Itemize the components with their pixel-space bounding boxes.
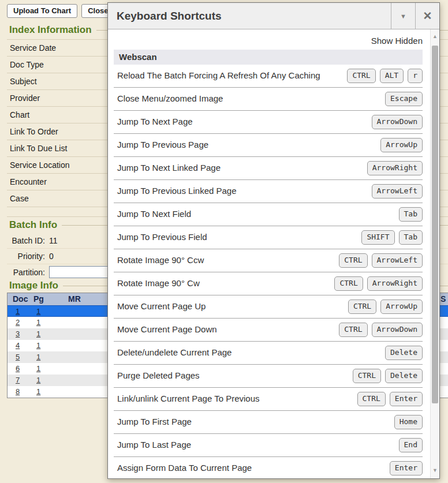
shortcut-row: Jump To Previous Field SHIFTTab [114,226,423,249]
shortcut-keys: Delete [385,346,423,360]
key-badge: Home [394,415,423,429]
shortcut-row: Jump To Previous Linked Page ArrowLeft [114,180,423,203]
dialog-scrollbar[interactable]: ▲ ▼ [430,29,439,478]
doc-link[interactable]: 4 [16,341,20,350]
pg-link[interactable]: 1 [36,318,40,327]
pg-link[interactable]: 1 [36,364,40,373]
shortcut-row: Jump To First Page Home [114,411,423,434]
close-icon: ✕ [423,9,432,23]
shortcut-action-label: Jump To Next Field [114,209,191,220]
doc-link[interactable]: 1 [16,307,20,316]
shortcut-row: Link/unlink Current Page To Previous CTR… [114,388,423,411]
index-field-label: Doc Type [10,60,44,69]
shortcut-row: Rotate Image 90° Cw CTRLArrowRight [114,272,423,295]
shortcut-action-label: Move Current Page Down [114,324,217,335]
shortcut-keys: Tab [399,207,423,222]
shortcut-row: Jump To Previous Page ArrowUp [114,134,423,157]
dialog-titlebar: Keyboard Shortcuts ▼ ✕ [108,3,439,29]
pg-link[interactable]: 1 [36,330,40,338]
key-badge: ArrowLeft [372,253,423,268]
key-badge: CTRL [357,392,386,406]
shortcut-action-label: Jump To Previous Linked Page [114,186,237,197]
key-badge: ALT [380,69,404,83]
doc-link[interactable]: 6 [16,364,20,373]
partition-label: Partition: [7,268,45,277]
dialog-title: Keyboard Shortcuts [108,3,391,29]
doc-link[interactable]: 5 [16,353,20,361]
shortcut-row: Jump To Next Linked Page ArrowRight [114,157,423,180]
shortcut-action-label: Jump To First Page [114,417,192,428]
key-badge: CTRL [339,253,367,268]
shortcut-row: Purge Deleted Pages CTRLDelete [114,365,423,388]
dialog-body: Show Hidden Webscan Reload The Batch For… [108,29,430,478]
shortcut-keys: ArrowUp [380,138,423,152]
shortcut-row: Jump To Next Field Tab [114,203,423,226]
pg-link[interactable]: 1 [36,307,40,316]
batch-id-label: Batch ID: [7,236,45,245]
shortcut-keys: CTRLArrowDown [339,323,423,337]
key-badge: ArrowUp [380,138,423,152]
column-header-mr: MR [68,294,81,304]
pg-link[interactable]: 1 [36,341,40,350]
index-field-label: Case [10,194,29,203]
doc-link[interactable]: 2 [16,318,20,327]
shortcut-action-label: Jump To Next Linked Page [114,163,221,174]
shortcut-keys: End [399,438,423,452]
key-badge: r [408,69,423,83]
shortcut-row: Delete/undelete Current Page Delete [114,342,423,365]
key-badge: ArrowUp [380,299,423,314]
index-information-title: Index Information [9,24,92,36]
shortcut-keys: CTRLArrowRight [334,276,423,291]
shortcut-action-label: Link/unlink Current Page To Previous [114,394,260,405]
shortcut-action-label: Assign Form Data To Current Page [114,463,252,474]
index-field-label: Chart [10,110,29,119]
shortcut-action-label: Jump To Next Page [114,117,193,128]
shortcut-keys: Escape [385,92,423,106]
key-badge: Tab [399,230,423,245]
shortcut-keys: ArrowRight [367,161,423,175]
key-badge: Enter [390,461,423,475]
shortcut-row: Move Current Page Down CTRLArrowDown [114,319,423,342]
doc-link[interactable]: 7 [16,376,20,384]
shortcut-row: Rotate Image 90° Ccw CTRLArrowLeft [114,249,423,272]
key-badge: Delete [385,369,423,383]
shortcut-action-label: Rotate Image 90° Ccw [114,255,204,266]
key-badge: CTRL [334,276,363,291]
index-field-label: Subject [10,77,37,86]
column-header-pg: Pg [33,294,44,304]
priority-label: Priority: [7,252,45,261]
shortcut-row: Reload The Batch Forcing A Refresh Of An… [114,65,423,88]
shortcut-row: Assign Form Data To Current Page Enter [114,457,423,478]
doc-link[interactable]: 3 [16,330,20,338]
shortcut-keys: CTRLEnter [357,392,423,406]
dialog-close-button[interactable]: ✕ [415,3,439,29]
pg-link[interactable]: 1 [36,387,40,396]
scroll-down-icon[interactable]: ▼ [431,467,439,473]
show-hidden-link[interactable]: Show Hidden [108,36,423,46]
pg-link[interactable]: 1 [36,376,40,384]
shortcut-keys: CTRLALTr [347,69,423,83]
index-field-label: Provider [10,93,40,103]
index-field-label: Service Location [10,160,70,170]
shortcut-action-label: Jump To Last Page [114,440,191,451]
shortcut-row: Jump To Next Page ArrowDown [114,111,423,134]
shortcut-row: Move Current Page Up CTRLArrowUp [114,295,423,319]
upload-to-chart-button[interactable]: Upload To Chart [7,4,77,18]
scroll-up-icon[interactable]: ▲ [431,33,439,39]
key-badge: CTRL [348,299,376,314]
dialog-minimize-button[interactable]: ▼ [391,3,415,29]
index-field-label: Link To Order [10,127,58,136]
shortcut-keys: ArrowDown [372,115,423,129]
shortcut-action-label: Purge Deleted Pages [114,370,200,381]
shortcut-row: Close Menu/zoomed Image Escape [114,88,423,111]
shortcut-action-label: Rotate Image 90° Cw [114,278,200,289]
shortcut-keys: Enter [390,461,423,475]
shortcut-action-label: Close Menu/zoomed Image [114,93,223,104]
chevron-down-icon: ▼ [400,13,406,20]
key-badge: ArrowRight [367,276,423,291]
scrollbar-thumb[interactable] [432,46,438,403]
pg-link[interactable]: 1 [36,353,40,361]
shortcut-keys: SHIFTTab [361,230,423,245]
key-badge: ArrowDown [372,115,423,129]
doc-link[interactable]: 8 [16,387,20,396]
